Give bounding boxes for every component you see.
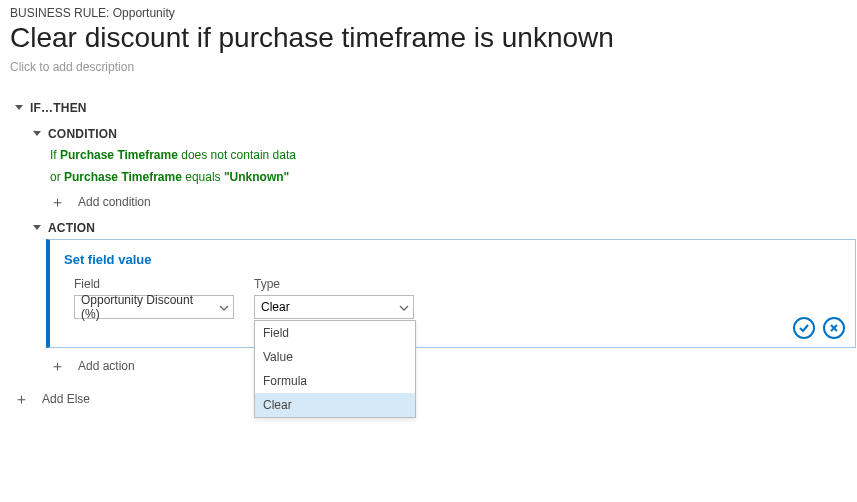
add-action-label: Add action [78,359,135,373]
action-panel-title: Set field value [64,252,841,267]
chevron-down-icon [219,302,229,312]
rule-tree: IF…THEN CONDITION If Purchase Timeframe … [10,98,847,412]
action-panel: Set field value Field Opportunity Discou… [46,239,856,348]
type-option-clear[interactable]: Clear [255,393,415,417]
field-label: Field [74,277,234,291]
type-option-field[interactable]: Field [255,321,415,345]
condition-line-2[interactable]: or Purchase Timeframe equals "Unknown" [50,166,847,188]
cancel-button[interactable] [823,317,845,339]
plus-icon: ＋ [50,358,64,373]
ifthen-label: IF…THEN [30,101,87,115]
plus-icon: ＋ [14,391,28,406]
type-option-value[interactable]: Value [255,345,415,369]
add-condition-button[interactable]: ＋ Add condition [50,188,847,215]
add-action-button[interactable]: ＋ Add action [50,352,847,379]
condition-header[interactable]: CONDITION [32,124,847,144]
type-option-formula[interactable]: Formula [255,369,415,393]
chevron-down-icon [399,302,409,312]
type-dropdown: Field Value Formula Clear [254,320,416,418]
condition-line-1[interactable]: If Purchase Timeframe does not contain d… [50,144,847,166]
chevron-down-icon[interactable] [32,129,42,139]
condition-label: CONDITION [48,127,117,141]
add-else-label: Add Else [42,392,90,406]
type-combo-input[interactable] [261,300,395,314]
add-else-button[interactable]: ＋ Add Else [14,385,847,412]
type-combo[interactable]: Field Value Formula Clear [254,295,414,319]
breadcrumb: BUSINESS RULE: Opportunity [10,6,847,20]
confirm-button[interactable] [793,317,815,339]
action-header[interactable]: ACTION [32,221,847,235]
description-placeholder[interactable]: Click to add description [10,60,847,74]
page-title: Clear discount if purchase timeframe is … [10,22,847,54]
field-combo[interactable]: Opportunity Discount (%) [74,295,234,319]
type-label: Type [254,277,414,291]
add-condition-label: Add condition [78,195,151,209]
action-label: ACTION [48,221,95,235]
field-combo-value: Opportunity Discount (%) [81,293,215,321]
chevron-down-icon[interactable] [14,103,24,113]
chevron-down-icon[interactable] [32,223,42,233]
plus-icon: ＋ [50,194,64,209]
ifthen-header[interactable]: IF…THEN [14,98,847,118]
